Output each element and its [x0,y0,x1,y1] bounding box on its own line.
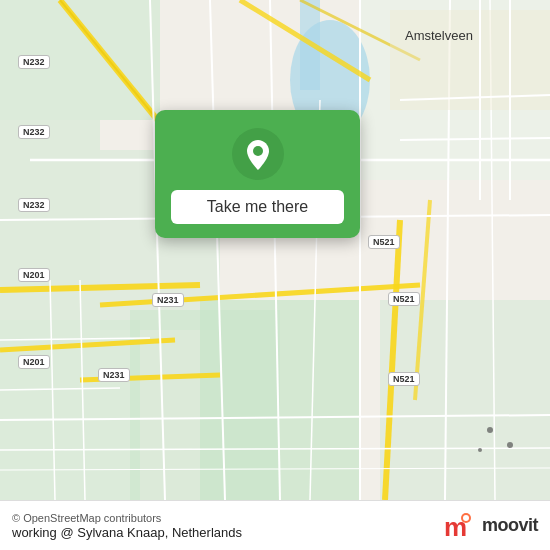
footer-left: © OpenStreetMap contributors working @ S… [12,512,242,540]
svg-point-43 [487,427,493,433]
road-badge-n232b: N232 [18,125,50,139]
moovit-icon: m [444,510,476,542]
amstelveen-label: Amstelveen [405,28,473,43]
svg-point-51 [463,515,469,521]
moovit-logo: m moovit [444,510,538,542]
road-badge-n201a: N201 [18,268,50,282]
road-badge-n521c: N521 [388,372,420,386]
svg-point-44 [507,442,513,448]
road-badge-n231b: N231 [98,368,130,382]
svg-marker-8 [130,310,280,500]
svg-rect-7 [380,300,550,500]
road-badge-n201b: N201 [18,355,50,369]
road-badge-n232a: N232 [18,55,50,69]
road-badge-n231a: N231 [152,293,184,307]
svg-point-45 [478,448,482,452]
svg-point-47 [253,146,263,156]
take-me-there-button[interactable]: Take me there [171,190,344,224]
location-text: working @ Sylvana Knaap, Netherlands [12,525,242,540]
copyright-text: © OpenStreetMap contributors [12,512,242,524]
location-pin-icon [232,128,284,180]
map-container: N232 N232 N232 N201 N201 N231 N231 N521 … [0,0,550,500]
map-svg [0,0,550,500]
road-badge-n521b: N521 [388,292,420,306]
footer-bar: © OpenStreetMap contributors working @ S… [0,500,550,550]
location-card[interactable]: Take me there [155,110,360,238]
road-badge-n232c: N232 [18,198,50,212]
moovit-brand-text: moovit [482,515,538,536]
road-badge-n521a: N521 [368,235,400,249]
